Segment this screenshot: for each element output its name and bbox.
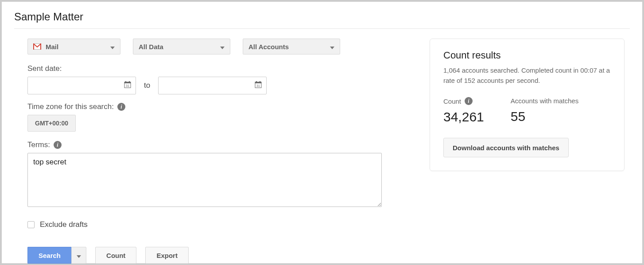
results-summary: 1,064 accounts searched. Completed count… xyxy=(443,66,611,86)
timezone-button[interactable]: GMT+00:00 xyxy=(27,115,76,132)
svg-text:31: 31 xyxy=(256,84,260,87)
svg-text:31: 31 xyxy=(126,84,129,87)
date-separator: to xyxy=(144,81,150,90)
timezone-value: GMT+00:00 xyxy=(35,120,68,127)
info-icon[interactable]: i xyxy=(465,97,473,105)
matches-value: 55 xyxy=(511,109,578,124)
search-button-group: Search xyxy=(27,247,86,264)
calendar-icon: 31 xyxy=(124,81,131,90)
svg-rect-11 xyxy=(260,81,260,82)
info-icon[interactable]: i xyxy=(54,141,62,149)
page-title: Sample Matter xyxy=(14,11,630,23)
accounts-dropdown[interactable]: All Accounts xyxy=(243,39,340,55)
count-results-card: Count results 1,064 accounts searched. C… xyxy=(430,39,625,171)
search-options-dropdown[interactable] xyxy=(71,247,86,264)
count-value: 34,261 xyxy=(443,109,484,125)
sent-date-to-input[interactable]: 31 xyxy=(158,77,267,94)
matches-stat: Accounts with matches 55 xyxy=(511,97,578,125)
results-stats: Count i 34,261 Accounts with matches 55 xyxy=(443,97,611,125)
timezone-label-text: Time zone for this search: xyxy=(27,102,114,111)
count-stat: Count i 34,261 xyxy=(443,97,484,125)
service-dropdown[interactable]: Mail xyxy=(27,39,120,55)
results-heading: Count results xyxy=(443,50,611,61)
exclude-drafts-label: Exclude drafts xyxy=(40,220,88,229)
count-button[interactable]: Count xyxy=(95,247,136,264)
search-form: Mail All Data All Accounts xyxy=(14,39,413,264)
accounts-label: All Accounts xyxy=(248,43,322,51)
vault-search-page: Sample Matter Mail xyxy=(2,2,642,263)
export-button[interactable]: Export xyxy=(145,247,189,264)
svg-rect-10 xyxy=(256,81,257,82)
svg-rect-2 xyxy=(40,43,41,50)
terms-input[interactable] xyxy=(27,153,382,207)
info-icon[interactable]: i xyxy=(117,103,125,111)
chevron-down-icon xyxy=(110,43,115,51)
gmail-icon xyxy=(33,43,41,50)
source-label: All Data xyxy=(139,43,212,51)
chevron-down-icon xyxy=(220,43,225,51)
results-column: Count results 1,064 accounts searched. C… xyxy=(413,39,630,264)
chevron-down-icon xyxy=(330,43,334,51)
service-label: Mail xyxy=(46,43,102,51)
filter-row: Mail All Data All Accounts xyxy=(27,39,413,55)
divider xyxy=(14,28,630,29)
sent-date-from-input[interactable]: 31 xyxy=(27,77,136,94)
matches-label: Accounts with matches xyxy=(511,97,578,105)
sent-date-label: Sent date: xyxy=(27,64,413,73)
svg-rect-6 xyxy=(129,81,130,82)
calendar-icon: 31 xyxy=(255,81,262,90)
count-label: Count i xyxy=(443,97,484,105)
timezone-label: Time zone for this search: i xyxy=(27,102,413,111)
svg-rect-5 xyxy=(125,81,126,82)
svg-rect-1 xyxy=(33,43,34,50)
terms-label-text: Terms: xyxy=(27,140,50,149)
download-matches-button[interactable]: Download accounts with matches xyxy=(443,138,569,157)
sent-date-row: 31 to 31 xyxy=(27,77,413,94)
search-button[interactable]: Search xyxy=(27,247,71,264)
exclude-drafts-row: Exclude drafts xyxy=(27,220,413,229)
source-dropdown[interactable]: All Data xyxy=(133,39,230,55)
content-columns: Mail All Data All Accounts xyxy=(14,39,630,264)
count-label-text: Count xyxy=(443,97,461,105)
action-buttons: Search Count Export xyxy=(27,247,413,264)
chevron-down-icon xyxy=(77,252,81,259)
exclude-drafts-checkbox[interactable] xyxy=(27,221,35,228)
terms-label: Terms: i xyxy=(27,140,413,149)
